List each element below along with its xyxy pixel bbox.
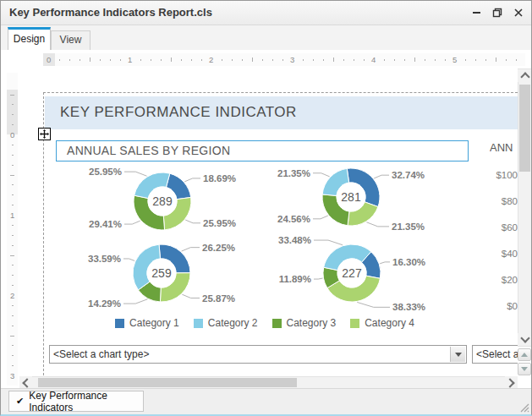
ruler-tick <box>10 336 14 337</box>
ruler-number: 0 <box>10 130 14 140</box>
sheet-tab-key-performance-indicators[interactable]: ✔ Key Performance Indicators <box>8 391 144 412</box>
ruler-tick <box>110 59 111 61</box>
chart-legend: Category 1Category 2Category 3Category 4 <box>96 317 434 329</box>
report-header-title: KEY PERFORMANCE INDICATOR <box>60 104 297 121</box>
ruler-tick <box>303 59 304 61</box>
ruler-tick <box>12 275 14 276</box>
minimize-button[interactable] <box>469 5 484 20</box>
scroll-down-button[interactable] <box>518 333 532 346</box>
ruler-tick <box>242 59 243 61</box>
resize-grip-icon[interactable] <box>518 401 529 413</box>
ruler-tick <box>181 59 182 61</box>
axis-tick-label: $0 <box>442 301 518 311</box>
triangle-up-icon <box>521 353 528 357</box>
ruler-tick <box>516 59 517 61</box>
chevron-right-icon <box>505 378 514 387</box>
ruler-tick <box>140 59 141 61</box>
close-icon <box>514 8 523 17</box>
ruler-tick <box>262 59 263 61</box>
callout-leader-line <box>124 172 147 176</box>
donut-chart[interactable]: 26.25%25.87%14.29%33.59%259 <box>69 233 255 317</box>
slice-percent-label: 25.87% <box>202 293 235 304</box>
slice-percent-label: 26.25% <box>202 243 235 253</box>
legend-item: Category 4 <box>350 317 414 329</box>
ruler-tick <box>12 124 14 125</box>
ruler-tick <box>69 59 70 61</box>
slice-percent-label: 21.35% <box>392 222 425 232</box>
slice-percent-label: 16.30% <box>392 257 425 267</box>
sheet-tab-label: Key Performance Indicators <box>29 390 143 413</box>
ruler-tick <box>394 59 395 61</box>
horizontal-scrollbar-thumb[interactable] <box>38 378 297 387</box>
slice-percent-label: 38.33% <box>392 302 425 312</box>
chart2-title-clipped: ANN <box>490 141 518 154</box>
ruler-tick <box>12 245 14 246</box>
spin-up-button[interactable] <box>518 348 531 361</box>
chart-type-dropdown[interactable]: <Select a chart type> <box>49 345 467 364</box>
horizontal-ruler: 012345 <box>43 53 525 66</box>
callout-leader-line <box>123 259 134 260</box>
tab-design[interactable]: Design <box>8 27 51 50</box>
ruler-tick <box>354 59 354 61</box>
donut-chart[interactable]: 16.30%38.33%11.89%33.48%227 <box>259 233 445 317</box>
ruler-tick <box>425 59 425 61</box>
tab-view[interactable]: View <box>51 30 90 50</box>
ruler-tick <box>10 175 14 176</box>
ruler-tick <box>222 59 222 61</box>
donut-center-value: 227 <box>342 266 362 280</box>
ruler-tick <box>282 59 283 61</box>
dropdown-arrow-button[interactable] <box>450 347 465 362</box>
ruler-number: 2 <box>10 291 14 300</box>
callout-leader-line <box>357 302 390 307</box>
move-handle[interactable] <box>38 128 51 140</box>
callout-leader-line <box>124 221 140 224</box>
ruler-tick <box>252 57 253 62</box>
document-tab-bar: Design View <box>1 25 531 50</box>
report-header-band[interactable]: KEY PERFORMANCE INDICATOR <box>45 96 518 129</box>
ruler-tick <box>12 145 14 145</box>
ruler-tick <box>100 59 101 61</box>
legend-label: Category 2 <box>208 317 258 329</box>
callout-leader-line <box>313 173 330 177</box>
chevron-down-icon <box>455 353 462 357</box>
legend-item: Category 2 <box>194 317 258 329</box>
legend-label: Category 4 <box>365 317 414 329</box>
restore-icon <box>492 8 502 18</box>
ruler-number: 4 <box>371 55 376 64</box>
app-window: Key Performance Indicators Report.cls De… <box>0 0 532 416</box>
slice-percent-label: 32.74% <box>392 170 425 180</box>
chart-type-dropdown-right[interactable]: <Select a chart type> <box>472 345 518 364</box>
ruler-number: 1 <box>128 55 132 64</box>
ruler-tick <box>414 57 415 62</box>
close-button[interactable] <box>511 5 526 20</box>
ruler-tick <box>272 59 273 61</box>
ruler-tick <box>384 59 385 61</box>
ruler-tick <box>323 59 324 61</box>
ruler-tick <box>435 59 436 61</box>
page-dashed-border-top <box>43 92 518 93</box>
slice-percent-label: 25.95% <box>203 218 236 228</box>
spin-down-button[interactable] <box>518 363 531 375</box>
ruler-tick <box>12 184 14 185</box>
ruler-tick <box>12 265 14 265</box>
triangle-down-icon <box>521 367 528 371</box>
scroll-up-button[interactable] <box>518 69 532 82</box>
scroll-right-button[interactable] <box>505 376 518 389</box>
callout-leader-line <box>366 222 389 227</box>
ruler-tick <box>12 205 14 205</box>
scroll-left-button[interactable] <box>19 376 32 389</box>
donut-chart[interactable]: 32.74%21.35%24.56%21.35%281 <box>258 156 444 241</box>
ruler-number: 0 <box>47 55 51 64</box>
chart-type-dropdown-right-value: <Select a chart type> <box>476 348 518 360</box>
slice-percent-label: 25.95% <box>89 167 122 177</box>
report-canvas[interactable]: KEY PERFORMANCE INDICATOR ANNUAL SALES B… <box>19 68 518 376</box>
window-controls <box>469 1 526 25</box>
ruler-tick <box>313 59 314 61</box>
ruler-tick <box>201 59 202 61</box>
vertical-scrollbar-thumb[interactable] <box>519 85 530 172</box>
bottom-tab-bar: ✔ Key Performance Indicators <box>1 388 531 414</box>
restore-button[interactable] <box>490 5 505 20</box>
ruler-tick <box>12 104 14 105</box>
ruler-number: 5 <box>452 55 457 64</box>
callout-leader-line <box>314 278 323 279</box>
